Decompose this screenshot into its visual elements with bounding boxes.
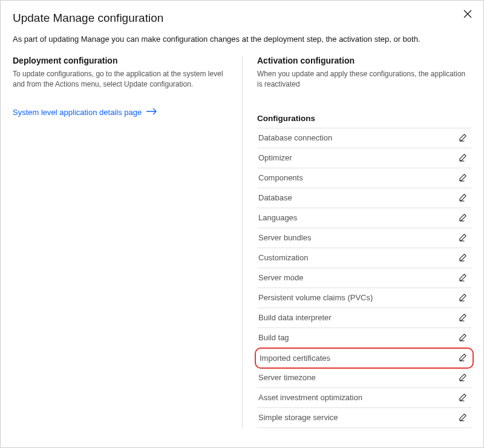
config-row: Database bbox=[257, 188, 471, 208]
config-row: Persistent volume claims (PVCs) bbox=[257, 288, 471, 308]
config-row: Server bundles bbox=[257, 228, 471, 248]
config-label: Build tag bbox=[258, 333, 289, 342]
edit-icon bbox=[459, 232, 468, 243]
edit-icon bbox=[459, 372, 468, 383]
edit-button[interactable] bbox=[457, 392, 469, 404]
config-label: Server timezone bbox=[258, 373, 316, 382]
config-label: Build data interpreter bbox=[258, 313, 332, 322]
edit-icon bbox=[459, 153, 468, 163]
config-row: Customization bbox=[257, 248, 471, 268]
columns: Deployment configuration To update confi… bbox=[13, 56, 471, 428]
config-label: Database bbox=[258, 193, 292, 202]
arrow-right-icon bbox=[146, 108, 157, 117]
system-level-details-link[interactable]: System level application details page bbox=[13, 108, 157, 117]
config-row: Optimizer bbox=[257, 148, 471, 168]
edit-button[interactable] bbox=[457, 332, 469, 344]
edit-icon bbox=[459, 392, 468, 403]
edit-button[interactable] bbox=[457, 372, 469, 384]
config-row: Server mode bbox=[257, 268, 471, 288]
config-label: Components bbox=[258, 173, 303, 182]
config-label: Database connection bbox=[258, 133, 332, 142]
edit-button[interactable] bbox=[457, 312, 469, 324]
config-row: Languages bbox=[257, 208, 471, 228]
edit-icon bbox=[459, 292, 468, 303]
config-list: Database connectionOptimizerComponentsDa… bbox=[257, 128, 471, 428]
configurations-heading: Configurations bbox=[257, 114, 471, 123]
config-row: Imported certificates bbox=[255, 348, 474, 369]
edit-icon bbox=[459, 193, 468, 203]
edit-icon bbox=[459, 352, 468, 363]
config-row: Server timezone bbox=[257, 368, 471, 388]
edit-button[interactable] bbox=[457, 172, 469, 184]
config-label: Server bundles bbox=[258, 233, 311, 242]
config-label: Imported certificates bbox=[260, 354, 330, 363]
config-label: Persistent volume claims (PVCs) bbox=[258, 293, 373, 302]
config-row: Build tag bbox=[257, 328, 471, 348]
config-label: Server mode bbox=[258, 273, 303, 282]
config-label: Optimizer bbox=[258, 153, 292, 162]
edit-button[interactable] bbox=[457, 132, 469, 144]
edit-button[interactable] bbox=[457, 232, 469, 244]
config-row: Database connection bbox=[257, 128, 471, 148]
config-row: Asset investment optimization bbox=[257, 388, 471, 408]
edit-icon bbox=[459, 312, 468, 323]
edit-icon bbox=[459, 173, 468, 183]
activation-desc: When you update and apply these configur… bbox=[257, 69, 471, 90]
modal-intro: As part of updating Manage you can make … bbox=[13, 35, 471, 44]
edit-button[interactable] bbox=[457, 352, 469, 364]
edit-icon bbox=[459, 133, 468, 143]
deployment-column: Deployment configuration To update confi… bbox=[13, 56, 242, 428]
edit-icon bbox=[459, 252, 468, 263]
activation-column: Activation configuration When you update… bbox=[242, 56, 471, 428]
edit-button[interactable] bbox=[457, 212, 469, 224]
config-label: Languages bbox=[258, 213, 297, 222]
edit-icon bbox=[459, 272, 468, 283]
config-row: Build data interpreter bbox=[257, 308, 471, 328]
edit-icon bbox=[459, 332, 468, 343]
activation-heading: Activation configuration bbox=[257, 56, 471, 65]
update-manage-config-modal: Update Manage configuration As part of u… bbox=[1, 1, 483, 447]
modal-title: Update Manage configuration bbox=[13, 12, 471, 25]
close-button[interactable] bbox=[460, 8, 475, 22]
deployment-desc: To update configurations, go to the appl… bbox=[13, 69, 227, 90]
config-row: Components bbox=[257, 168, 471, 188]
edit-button[interactable] bbox=[457, 152, 469, 164]
edit-button[interactable] bbox=[457, 272, 469, 284]
edit-icon bbox=[459, 212, 468, 223]
edit-button[interactable] bbox=[457, 252, 469, 264]
config-label: Asset investment optimization bbox=[258, 393, 362, 402]
edit-button[interactable] bbox=[457, 412, 469, 424]
edit-button[interactable] bbox=[457, 292, 469, 304]
config-label: Customization bbox=[258, 253, 308, 262]
edit-icon bbox=[459, 412, 468, 423]
close-icon bbox=[463, 10, 472, 21]
deployment-heading: Deployment configuration bbox=[13, 56, 227, 65]
config-label: Simple storage service bbox=[258, 413, 338, 422]
config-row: Simple storage service bbox=[257, 408, 471, 428]
edit-button[interactable] bbox=[457, 192, 469, 204]
link-label: System level application details page bbox=[13, 108, 142, 117]
